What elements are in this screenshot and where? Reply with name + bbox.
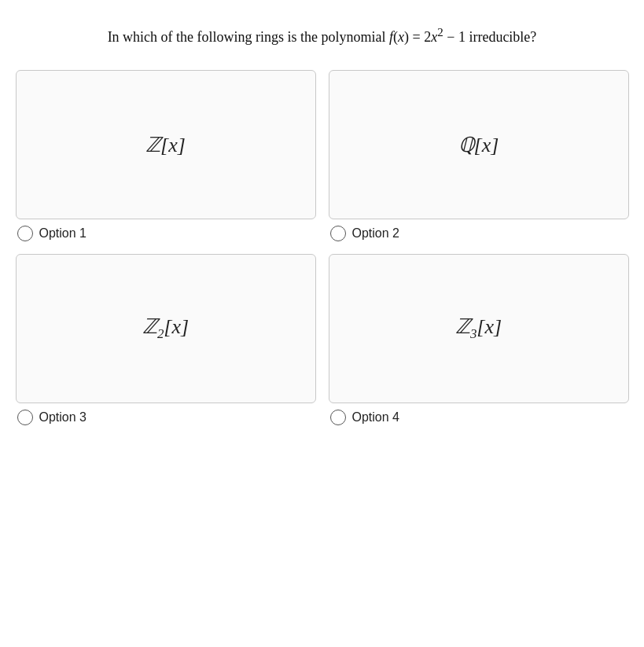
option-label-row-3: Option 3 xyxy=(16,410,316,425)
option-block-3: ℤ2[x] Option 3 xyxy=(16,254,316,425)
option-label-4: Option 4 xyxy=(352,410,399,425)
option-box-3: ℤ2[x] xyxy=(16,254,316,403)
option-block-1: ℤ[x] Option 1 xyxy=(16,70,316,241)
options-grid: ℤ[x] Option 1 ℚ[x] Option 2 ℤ2[x] Option… xyxy=(16,70,629,425)
option-math-3: ℤ2[x] xyxy=(142,314,189,342)
option-box-4: ℤ3[x] xyxy=(329,254,629,403)
option-math-2: ℚ[x] xyxy=(458,133,499,157)
option-math-1: ℤ[x] xyxy=(145,133,186,157)
option-radio-2[interactable] xyxy=(330,226,346,241)
option-label-2: Option 2 xyxy=(352,226,399,241)
option-label-1: Option 1 xyxy=(39,226,86,241)
option-radio-1[interactable] xyxy=(17,226,33,241)
option-label-row-1: Option 1 xyxy=(16,226,316,241)
option-radio-4[interactable] xyxy=(330,410,346,425)
option-radio-3[interactable] xyxy=(17,410,33,425)
option-block-4: ℤ3[x] Option 4 xyxy=(329,254,629,425)
option-label-3: Option 3 xyxy=(39,410,86,425)
question-text: In which of the following rings is the p… xyxy=(108,24,537,48)
option-box-1: ℤ[x] xyxy=(16,70,316,219)
option-label-row-4: Option 4 xyxy=(329,410,629,425)
option-box-2: ℚ[x] xyxy=(329,70,629,219)
option-label-row-2: Option 2 xyxy=(329,226,629,241)
option-block-2: ℚ[x] Option 2 xyxy=(329,70,629,241)
option-math-4: ℤ3[x] xyxy=(455,314,502,342)
